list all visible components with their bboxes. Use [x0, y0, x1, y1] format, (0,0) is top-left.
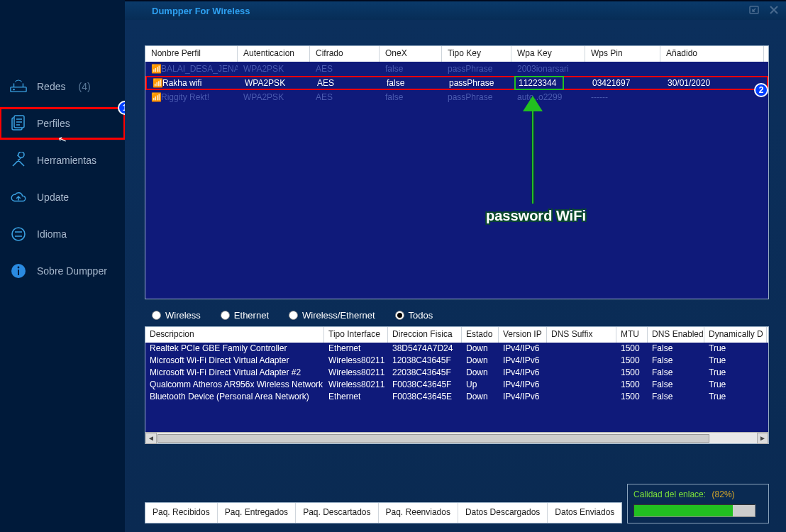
quality-bar — [633, 504, 755, 517]
main-content: Nonbre Perfil Autenticacion Cifrado OneX… — [125, 20, 786, 532]
radio-wireless[interactable]: Wireless — [152, 310, 201, 321]
quality-box: Calidad del enlace: (82%) — [627, 484, 769, 523]
table-row[interactable]: Microsoft Wi-Fi Direct Virtual Adapter #… — [145, 367, 768, 379]
annotation-password-label: password WiFi — [486, 208, 586, 224]
col-ver[interactable]: Version IP — [499, 327, 547, 343]
col-dnse[interactable]: DNS Enabled — [648, 327, 704, 343]
quality-fill — [634, 505, 733, 516]
sidebar-item-herramientas[interactable]: Herramientas — [0, 145, 125, 176]
quality-label: Calidad del enlace: — [633, 489, 706, 499]
adapters-table: Descripcion Tipo Interface Direccion Fis… — [145, 326, 769, 444]
close-button[interactable] — [766, 3, 782, 17]
col-dyn[interactable]: Dynamically D — [704, 327, 767, 343]
table-row[interactable]: 📶BALAI_DESA_JENA... WPA2PSK AES false pa… — [145, 62, 768, 76]
sidebar-item-idioma[interactable]: Idioma — [0, 218, 125, 250]
col-wpakey[interactable]: Wpa Key — [511, 46, 585, 62]
profiles-icon — [10, 115, 27, 132]
col-anadido[interactable]: Añadido — [660, 46, 764, 62]
col-dns[interactable]: DNS Suffix — [547, 327, 616, 343]
col-desc[interactable]: Descripcion — [145, 327, 324, 343]
minimize-button[interactable] — [746, 3, 762, 17]
titlebar: Dumpper For Wireless — [125, 1, 786, 20]
col-tipokey[interactable]: Tipo Key — [442, 46, 511, 62]
sidebar-label: Redes — [37, 81, 65, 92]
scroll-right-button[interactable]: ► — [757, 433, 768, 444]
wifi-icon: 📶 — [151, 64, 158, 71]
col-mac[interactable]: Direccion Fisica — [388, 327, 462, 343]
sidebar-label: Update — [37, 192, 69, 203]
language-icon — [10, 226, 27, 243]
svg-point-2 — [13, 89, 14, 90]
sidebar-item-redes[interactable]: Redes (4) — [0, 71, 125, 102]
col-nombre[interactable]: Nonbre Perfil — [145, 46, 238, 62]
annotation-badge-2: 2 — [754, 83, 768, 97]
col-estado[interactable]: Estado — [462, 327, 499, 343]
router-icon — [10, 78, 27, 95]
stat-recibidos[interactable]: Paq. Recibidos — [145, 503, 218, 523]
radio-todos[interactable]: Todos — [395, 310, 433, 321]
sidebar-label: Perfiles — [37, 118, 70, 129]
radio-both[interactable]: Wireless/Ethernet — [289, 310, 375, 321]
stat-descartados[interactable]: Paq. Descartados — [296, 503, 378, 523]
sidebar: Redes (4) Perfiles 1 ↖ Herramientas Upda… — [0, 0, 125, 532]
sidebar-label: Sobre Dumpper — [37, 265, 107, 277]
table-row[interactable]: Microsoft Wi-Fi Direct Virtual AdapterWi… — [145, 355, 768, 367]
svg-point-5 — [12, 228, 25, 240]
sidebar-item-update[interactable]: Update — [0, 182, 125, 213]
col-wpspin[interactable]: Wps Pin — [585, 46, 660, 62]
stat-datos-env[interactable]: Datos Enviados — [548, 503, 621, 523]
annotation-arrow — [531, 99, 535, 204]
col-tipo[interactable]: Tipo Interface — [324, 327, 388, 343]
stats-box: Paq. Recibidos Paq. Entregados Paq. Desc… — [145, 502, 622, 523]
svg-rect-7 — [18, 270, 19, 275]
quality-percent: (82%) — [712, 489, 735, 499]
table-row-selected[interactable]: 📶Rakha wifi WPA2PSK AES false passPhrase… — [145, 76, 768, 90]
app-title: Dumpper For Wireless — [125, 6, 250, 16]
wifi-icon: 📶 — [153, 78, 160, 85]
wpa-key-highlighted: 11223344 — [514, 76, 564, 90]
table-row[interactable]: 📶Riggity Rekt! WPA2PSK AES false passPhr… — [145, 90, 768, 104]
wifi-icon: 📶 — [151, 92, 158, 99]
profiles-table: Nonbre Perfil Autenticacion Cifrado OneX… — [145, 45, 769, 299]
bottom-bar: Paq. Recibidos Paq. Entregados Paq. Desc… — [145, 502, 769, 523]
sidebar-label: Idioma — [37, 228, 67, 240]
stat-reenviados[interactable]: Paq. Reenviados — [379, 503, 458, 523]
tools-icon — [10, 152, 27, 169]
table-row[interactable]: Qualcomm Atheros AR956x Wireless Network… — [145, 379, 768, 391]
svg-point-8 — [18, 267, 20, 269]
horizontal-scrollbar[interactable]: ◄ ► — [145, 432, 768, 443]
table-row[interactable]: Bluetooth Device (Personal Area Network)… — [145, 391, 768, 403]
table-row[interactable]: Realtek PCIe GBE Family ControllerEthern… — [145, 343, 768, 355]
scroll-left-button[interactable]: ◄ — [145, 433, 157, 444]
col-cifrado[interactable]: Cifrado — [310, 46, 380, 62]
info-icon — [10, 262, 27, 279]
cloud-up-icon — [10, 189, 27, 206]
col-mtu[interactable]: MTU — [616, 327, 648, 343]
profiles-header: Nonbre Perfil Autenticacion Cifrado OneX… — [145, 46, 768, 62]
radio-ethernet[interactable]: Ethernet — [221, 310, 269, 321]
sidebar-label: Herramientas — [37, 155, 96, 166]
filter-radio-group: Wireless Ethernet Wireless/Ethernet Todo… — [145, 306, 772, 323]
sidebar-count: (4) — [78, 81, 90, 92]
stat-entregados[interactable]: Paq. Entregados — [218, 503, 296, 523]
col-auth[interactable]: Autenticacion — [238, 46, 310, 62]
col-onex[interactable]: OneX — [380, 46, 442, 62]
stat-datos-desc[interactable]: Datos Descargados — [458, 503, 548, 523]
svg-rect-1 — [11, 87, 26, 92]
adapters-header: Descripcion Tipo Interface Direccion Fis… — [145, 327, 768, 343]
sidebar-item-sobre[interactable]: Sobre Dumpper — [0, 255, 125, 287]
